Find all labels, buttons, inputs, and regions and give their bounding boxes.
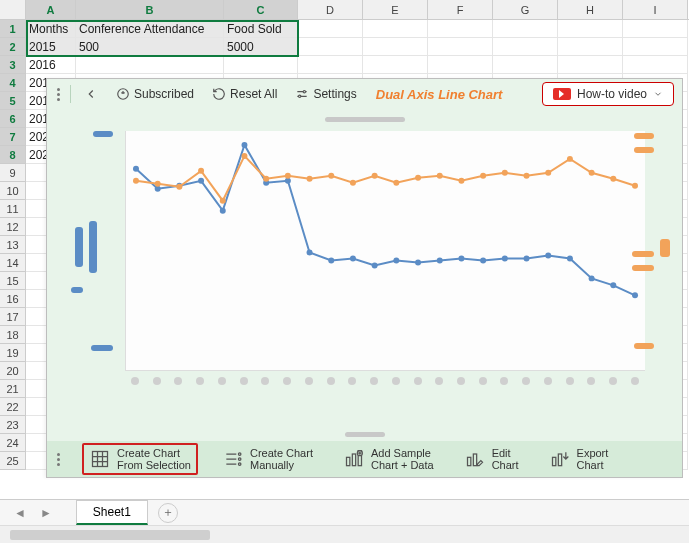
row-header-14[interactable]: 14 [0, 254, 26, 272]
sheet-next-icon[interactable]: ► [40, 506, 52, 520]
svg-point-47 [567, 156, 573, 162]
col-header-G[interactable]: G [493, 0, 558, 19]
col-header-A[interactable]: A [26, 0, 76, 19]
row-header-5[interactable]: 5 [0, 92, 26, 110]
cell-I3[interactable] [623, 56, 688, 74]
settings-button[interactable]: Settings [290, 84, 361, 104]
reset-button[interactable]: Reset All [207, 84, 282, 104]
cell-D2[interactable] [298, 38, 363, 56]
add-sample-button[interactable]: Add SampleChart + Data [337, 444, 440, 474]
svg-point-36 [328, 173, 334, 179]
row-header-20[interactable]: 20 [0, 362, 26, 380]
cell-A2[interactable]: 2015 [26, 38, 76, 56]
export-chart-button[interactable]: ExportChart [543, 444, 615, 474]
row-header-22[interactable]: 22 [0, 398, 26, 416]
cell-D1[interactable] [298, 20, 363, 38]
cell-H3[interactable] [558, 56, 623, 74]
drag-bar-top[interactable] [325, 117, 405, 122]
cell-E2[interactable] [363, 38, 428, 56]
cell-G1[interactable] [493, 20, 558, 38]
svg-point-11 [307, 250, 313, 256]
row-header-3[interactable]: 3 [0, 56, 26, 74]
youtube-icon [553, 88, 571, 100]
cell-B1[interactable]: Conference Attendance [76, 20, 224, 38]
row-header-11[interactable]: 11 [0, 200, 26, 218]
row-header-24[interactable]: 24 [0, 434, 26, 452]
col-header-D[interactable]: D [298, 0, 363, 19]
horizontal-scrollbar[interactable] [0, 525, 689, 543]
svg-point-1 [304, 91, 306, 93]
svg-point-19 [480, 257, 486, 263]
create-manually-button[interactable]: Create ChartManually [216, 444, 319, 474]
row-header-7[interactable]: 7 [0, 128, 26, 146]
cell-F3[interactable] [428, 56, 493, 74]
cell-D3[interactable] [298, 56, 363, 74]
drag-handle-icon[interactable] [55, 453, 64, 466]
col-header-C[interactable]: C [224, 0, 298, 19]
svg-point-3 [133, 166, 139, 172]
add-sheet-button[interactable]: ＋ [158, 503, 178, 523]
row-header-4[interactable]: 4 [0, 74, 26, 92]
col-header-H[interactable]: H [558, 0, 623, 19]
col-header-I[interactable]: I [623, 0, 688, 19]
row-header-19[interactable]: 19 [0, 344, 26, 362]
col-header-F[interactable]: F [428, 0, 493, 19]
svg-point-17 [437, 257, 443, 263]
row-header-6[interactable]: 6 [0, 110, 26, 128]
cell-B3[interactable] [76, 56, 224, 74]
row-header-9[interactable]: 9 [0, 164, 26, 182]
sheet-prev-icon[interactable]: ◄ [14, 506, 26, 520]
cell-G2[interactable] [493, 38, 558, 56]
cell-A3[interactable]: 2016 [26, 56, 76, 74]
cell-C2[interactable]: 5000 [224, 38, 298, 56]
drag-bar-bottom[interactable] [345, 432, 385, 437]
select-all-corner[interactable] [0, 0, 26, 19]
row-header-16[interactable]: 16 [0, 290, 26, 308]
edit-chart-button[interactable]: EditChart [458, 444, 525, 474]
svg-point-28 [155, 181, 161, 187]
sheet-tab-active[interactable]: Sheet1 [76, 500, 148, 525]
back-button[interactable] [79, 84, 103, 104]
drag-handle-icon[interactable] [55, 88, 62, 101]
row-header-25[interactable]: 25 [0, 452, 26, 470]
cell-C1[interactable]: Food Sold [224, 20, 298, 38]
cell-E1[interactable] [363, 20, 428, 38]
row-header-23[interactable]: 23 [0, 416, 26, 434]
row-header-8[interactable]: 8 [0, 146, 26, 164]
svg-point-12 [328, 257, 334, 263]
svg-point-22 [545, 252, 551, 258]
cell-G3[interactable] [493, 56, 558, 74]
cell-I1[interactable] [623, 20, 688, 38]
cell-H2[interactable] [558, 38, 623, 56]
cell-C3[interactable] [224, 56, 298, 74]
row-header-12[interactable]: 12 [0, 218, 26, 236]
row-header-2[interactable]: 2 [0, 38, 26, 56]
howto-video-button[interactable]: How-to video [542, 82, 674, 106]
create-from-selection-button[interactable]: Create ChartFrom Selection [82, 443, 198, 475]
chart-plot[interactable] [125, 131, 645, 371]
svg-point-30 [198, 168, 204, 174]
col-header-B[interactable]: B [76, 0, 224, 19]
cell-E3[interactable] [363, 56, 428, 74]
row-header-17[interactable]: 17 [0, 308, 26, 326]
cell-H1[interactable] [558, 20, 623, 38]
cell-F2[interactable] [428, 38, 493, 56]
svg-point-32 [241, 153, 247, 159]
action-bar: Create ChartFrom Selection Create ChartM… [47, 441, 682, 477]
cell-I2[interactable] [623, 38, 688, 56]
row-header-21[interactable]: 21 [0, 380, 26, 398]
cell-A1[interactable]: Months [26, 20, 76, 38]
divider [70, 85, 71, 103]
cell-B2[interactable]: 500 [76, 38, 224, 56]
svg-point-52 [238, 453, 241, 456]
row-header-1[interactable]: 1 [0, 20, 26, 38]
cell-F1[interactable] [428, 20, 493, 38]
row-header-10[interactable]: 10 [0, 182, 26, 200]
subscribed-button[interactable]: Subscribed [111, 84, 199, 104]
svg-point-40 [415, 175, 421, 181]
row-header-13[interactable]: 13 [0, 236, 26, 254]
row-header-15[interactable]: 15 [0, 272, 26, 290]
row-header-18[interactable]: 18 [0, 326, 26, 344]
col-header-E[interactable]: E [363, 0, 428, 19]
scrollbar-thumb[interactable] [10, 530, 210, 540]
